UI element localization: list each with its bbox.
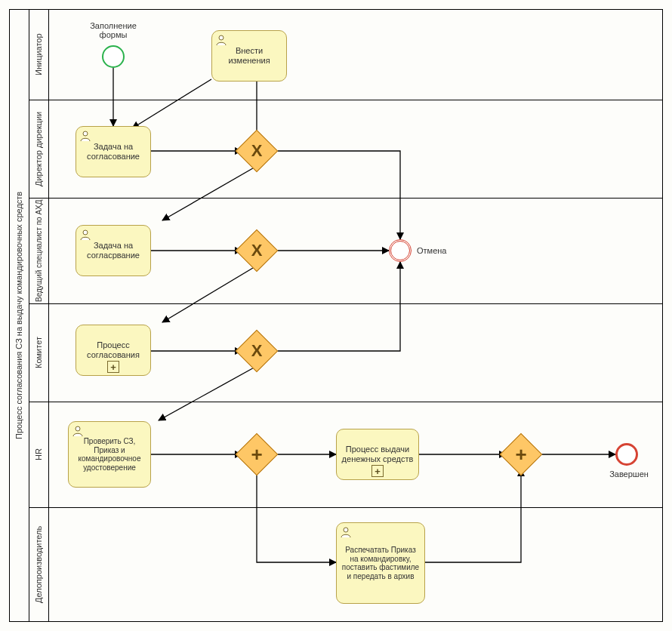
user-icon xyxy=(215,34,227,46)
gateway-parallel-split: + xyxy=(242,439,272,469)
cancel-event xyxy=(389,239,412,262)
svg-point-2 xyxy=(83,230,88,235)
gateway-committee: X xyxy=(242,336,272,366)
task-director-approve: Задача на согласование xyxy=(76,126,151,177)
gateway-symbol: X xyxy=(242,235,272,266)
user-icon xyxy=(79,229,91,241)
subprocess-icon: + xyxy=(371,465,384,477)
gateway-symbol: X xyxy=(242,136,272,166)
start-event-label: Заполнение формы xyxy=(83,21,143,39)
task-label: Внести изменения xyxy=(217,46,282,65)
task-hr-check: Проверить СЗ, Приказ и командировочное у… xyxy=(68,421,151,488)
task-committee-process: Процесс согласования + xyxy=(76,325,151,376)
task-label: Распечатать Приказ на командировку, пост… xyxy=(341,546,420,580)
end-event-label: Завершен xyxy=(603,469,655,479)
end-event xyxy=(615,443,638,466)
task-label: Процесс выдачи денежных средств xyxy=(341,445,414,463)
task-make-changes: Внести изменения xyxy=(211,30,287,82)
task-money-process: Процесс выдачи денежных средств + xyxy=(336,429,419,480)
user-icon xyxy=(340,526,352,538)
start-event xyxy=(102,45,125,68)
bpmn-canvas: Процесс согласования СЗ на выдачу команд… xyxy=(0,0,672,631)
user-icon xyxy=(72,425,84,437)
svg-point-1 xyxy=(83,131,88,136)
task-label: Задача на согласование xyxy=(81,142,146,161)
gateway-symbol: + xyxy=(506,439,536,469)
task-label: Задача на согласрвание xyxy=(81,241,146,260)
subprocess-icon: + xyxy=(107,361,119,373)
svg-point-3 xyxy=(76,426,80,431)
user-icon xyxy=(79,130,91,142)
gateway-ahd: X xyxy=(242,235,272,266)
gateway-parallel-join: + xyxy=(506,439,536,469)
gateway-symbol: + xyxy=(242,439,272,469)
cancel-event-label: Отмена xyxy=(417,246,462,255)
gateway-director: X xyxy=(242,136,272,166)
gateway-symbol: X xyxy=(242,336,272,366)
task-ahd-approve: Задача на согласрвание xyxy=(76,225,151,276)
svg-point-0 xyxy=(219,35,223,40)
svg-point-4 xyxy=(344,528,348,532)
task-label: Проверить СЗ, Приказ и командировочное у… xyxy=(73,437,146,472)
task-print-archive: Распечатать Приказ на командировку, пост… xyxy=(336,522,425,604)
task-label: Процесс согласования xyxy=(81,340,146,359)
